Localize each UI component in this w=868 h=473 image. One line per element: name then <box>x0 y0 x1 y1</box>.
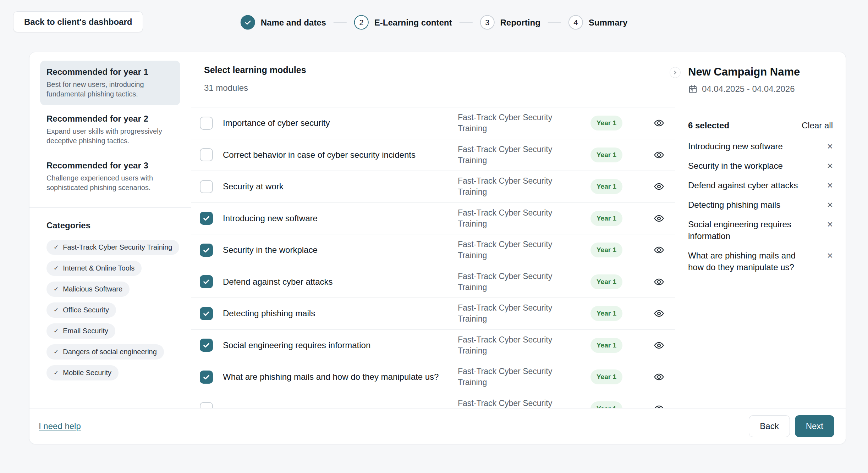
eye-icon[interactable] <box>654 308 664 319</box>
help-link[interactable]: I need help <box>39 421 81 431</box>
stepper-step[interactable]: 2 E-Learning content <box>354 15 480 30</box>
module-checkbox[interactable] <box>200 148 213 161</box>
module-row[interactable]: Detecting phishing mails Fast-Track Cybe… <box>191 298 675 330</box>
stepper-step[interactable]: 1 Name and dates <box>241 15 354 30</box>
eye-icon[interactable] <box>654 372 664 382</box>
module-count: 31 modules <box>204 83 662 93</box>
remove-icon[interactable]: × <box>827 251 833 261</box>
selected-module-label: Detecting phishing mails <box>688 199 780 211</box>
selected-module-item: Introducing new software × <box>688 140 833 152</box>
module-training-name: Fast-Track Cyber Security Training <box>458 302 582 324</box>
check-icon: ✓ <box>54 306 59 314</box>
eye-icon[interactable] <box>654 245 664 255</box>
module-row[interactable]: Importance of cyber security Fast-Track … <box>191 107 675 139</box>
step-number: 2 <box>359 18 363 27</box>
module-row[interactable]: Social engineering requires information … <box>191 330 675 362</box>
module-name: Defend against cyber attacks <box>223 277 448 287</box>
module-checkbox[interactable] <box>200 117 213 130</box>
main-card: Recommended for year 1 Best for new user… <box>29 52 846 444</box>
module-checkbox[interactable] <box>200 212 213 225</box>
module-training-name: Fast-Track Cyber Security Training <box>458 112 582 134</box>
module-row[interactable]: Fast-Track Cyber Security Training Year … <box>191 393 675 408</box>
eye-icon[interactable] <box>654 118 664 128</box>
step-label: Name and dates <box>261 17 326 27</box>
module-row[interactable]: Security at work Fast-Track Cyber Securi… <box>191 171 675 203</box>
eye-icon[interactable] <box>654 213 664 224</box>
module-training-name: Fast-Track Cyber Security Training <box>458 398 582 408</box>
year-badge: Year 1 <box>590 179 622 194</box>
module-training-name: Fast-Track Cyber Security Training <box>458 207 582 229</box>
recommendation-description: Best for new users, introducing fundamen… <box>46 80 174 99</box>
category-chip[interactable]: ✓ Email Security <box>46 323 115 339</box>
remove-icon[interactable]: × <box>827 180 833 190</box>
recommendation-item[interactable]: Recommended for year 1 Best for new user… <box>40 61 180 105</box>
step-circle: 4 <box>568 15 583 30</box>
stepper-step[interactable]: 4 Summary <box>568 15 627 30</box>
module-checkbox[interactable] <box>200 402 213 408</box>
module-row[interactable]: Introducing new software Fast-Track Cybe… <box>191 203 675 235</box>
module-name: Introducing new software <box>223 213 448 223</box>
module-name: Social engineering requires information <box>223 340 448 350</box>
recommendation-item[interactable]: Recommended for year 2 Expand user skill… <box>40 107 180 152</box>
eye-icon[interactable] <box>654 150 664 160</box>
remove-icon[interactable]: × <box>827 200 833 210</box>
module-row[interactable]: Security in the workplace Fast-Track Cyb… <box>191 234 675 266</box>
category-chip-list: ✓ Fast-Track Cyber Security Training ✓ I… <box>46 240 180 380</box>
step-label: Summary <box>589 17 627 27</box>
recommendation-title: Recommended for year 3 <box>46 161 174 171</box>
selected-module-label: Security in the workplace <box>688 160 783 172</box>
remove-icon[interactable]: × <box>827 219 833 229</box>
module-checkbox[interactable] <box>200 307 213 320</box>
category-chip-label: Fast-Track Cyber Security Training <box>63 243 172 251</box>
step-number: 4 <box>573 18 578 27</box>
module-checkbox[interactable] <box>200 371 213 384</box>
category-chip-label: Office Security <box>63 306 109 314</box>
recommendation-list: Recommended for year 1 Best for new user… <box>40 61 180 199</box>
module-checkbox[interactable] <box>200 180 213 193</box>
module-checkbox[interactable] <box>200 244 213 257</box>
category-chip[interactable]: ✓ Mobile Security <box>46 365 119 380</box>
eye-icon[interactable] <box>654 181 664 192</box>
category-chip[interactable]: ✓ Malicious Software <box>46 282 130 297</box>
category-chip[interactable]: ✓ Dangers of social engineering <box>46 344 164 360</box>
chevron-right-icon <box>672 70 678 75</box>
category-chip[interactable]: ✓ Internet & Online Tools <box>46 261 142 276</box>
year-badge: Year 1 <box>590 306 622 321</box>
selected-module-item: Defend against cyber attacks × <box>688 179 833 191</box>
category-chip[interactable]: ✓ Office Security <box>46 302 116 318</box>
year-badge: Year 1 <box>590 338 622 353</box>
category-chip-label: Malicious Software <box>63 285 122 293</box>
categories-section: Categories ✓ Fast-Track Cyber Security T… <box>40 208 180 380</box>
collapse-panel-button[interactable] <box>670 67 681 78</box>
stepper-step[interactable]: 3 Reporting <box>480 15 568 30</box>
calendar-icon <box>688 84 698 94</box>
selected-count: 6 selected <box>688 121 729 130</box>
module-checkbox[interactable] <box>200 275 213 288</box>
module-row[interactable]: Correct behavior in case of cyber securi… <box>191 139 675 171</box>
next-button[interactable]: Next <box>795 415 834 437</box>
module-row[interactable]: Defend against cyber attacks Fast-Track … <box>191 266 675 298</box>
category-chip-label: Email Security <box>63 327 108 335</box>
module-list-title: Select learning modules <box>204 65 662 75</box>
eye-icon[interactable] <box>654 404 664 408</box>
year-badge: Year 1 <box>590 369 622 384</box>
remove-icon[interactable]: × <box>827 161 833 171</box>
wizard-stepper: 1 Name and dates 2 E-Learning content 3 <box>241 15 627 30</box>
step-label: E-Learning content <box>374 17 452 27</box>
check-icon <box>202 278 210 286</box>
back-to-dashboard-button[interactable]: Back to client's dashboard <box>13 11 143 32</box>
module-training-name: Fast-Track Cyber Security Training <box>458 271 582 293</box>
remove-icon[interactable]: × <box>827 141 833 151</box>
module-name: Importance of cyber security <box>223 118 448 128</box>
year-badge: Year 1 <box>590 116 622 130</box>
check-icon <box>202 310 210 318</box>
clear-all-button[interactable]: Clear all <box>802 121 833 130</box>
recommendation-item[interactable]: Recommended for year 3 Challenge experie… <box>40 154 180 199</box>
eye-icon[interactable] <box>654 340 664 351</box>
module-checkbox[interactable] <box>200 339 213 352</box>
module-row[interactable]: What are phishing mails and how do they … <box>191 361 675 393</box>
eye-icon[interactable] <box>654 277 664 287</box>
selected-module-label: Introducing new software <box>688 140 783 152</box>
category-chip[interactable]: ✓ Fast-Track Cyber Security Training <box>46 240 179 255</box>
back-button[interactable]: Back <box>749 415 790 437</box>
